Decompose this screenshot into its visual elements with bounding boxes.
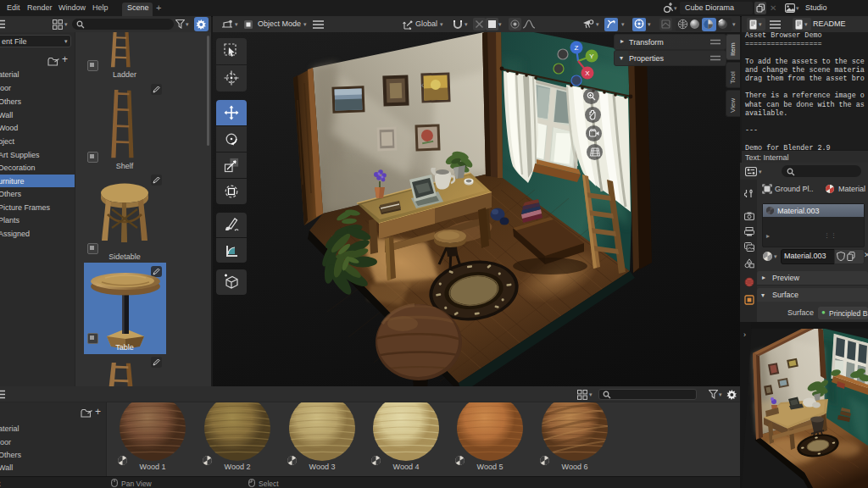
svg-text:Z: Z [575,44,579,52]
svg-text:X: X [585,69,590,77]
svg-text:Y: Y [589,53,594,60]
